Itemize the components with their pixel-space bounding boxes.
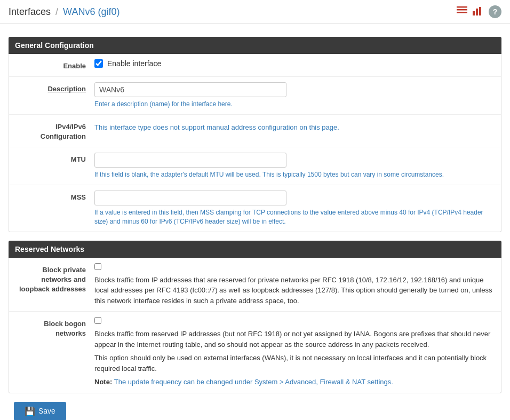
save-button[interactable]: 💾 Save [14,402,66,420]
note-prefix: Note: [94,378,114,386]
block-bogon-desc2: This option should only be used on exter… [94,353,496,374]
svg-rect-0 [457,6,467,8]
hamburger-icon[interactable] [457,6,467,18]
enable-control: Enable interface [94,59,501,68]
mtu-control: If this field is blank, the adapter's de… [94,153,501,179]
enable-row: Enable Enable interface [9,54,501,77]
top-bar: Interfaces / WANv6 (gif0) ? [0,0,510,24]
breadcrumb-separator: / [55,6,58,17]
block-bogon-checkbox[interactable] [94,317,101,324]
ipv4ipv6-control: This interface type does not support man… [94,120,501,133]
description-label: Description [9,82,94,94]
mtu-label: MTU [9,153,94,164]
save-icon: 💾 [25,406,35,416]
svg-rect-3 [473,11,475,15]
description-help: Enter a description (name) for the inter… [94,100,496,109]
mss-help: If a value is entered in this field, the… [94,208,496,226]
block-bogon-label: Block bogon networks [9,317,94,338]
breadcrumb: Interfaces / WANv6 (gif0) [9,6,119,18]
breadcrumb-parent[interactable]: Interfaces [9,6,51,17]
svg-rect-2 [457,12,467,13]
ipv4ipv6-label: IPv4/IPv6 Configuration [9,120,94,141]
mss-row: MSS If a value is entered in this field,… [9,185,501,232]
save-label: Save [38,407,55,415]
block-private-checkbox[interactable] [94,263,101,270]
ipv4ipv6-info: This interface type does not support man… [94,120,496,133]
mtu-input[interactable] [94,153,286,168]
breadcrumb-current: WANv6 (gif0) [63,6,119,17]
block-bogon-row: Block bogon networks Blocks traffic from… [9,312,501,393]
block-bogon-note: Note: The update frequency can be change… [94,377,496,387]
chart-icon[interactable] [473,6,483,18]
description-row: Description Enter a description (name) f… [9,77,501,115]
top-icons: ? [457,5,501,18]
block-private-row: Block private networks and loopback addr… [9,258,501,312]
block-private-control: Blocks traffic from IP addresses that ar… [94,263,501,306]
reserved-networks-panel: Block private networks and loopback addr… [9,258,501,393]
block-bogon-desc1: Blocks traffic from reserved IP addresse… [94,329,496,350]
main-content: General Configuration Enable Enable inte… [0,24,510,420]
page-wrapper: Interfaces / WANv6 (gif0) ? [0,0,510,420]
note-body: The update frequency can be changed unde… [114,378,393,386]
help-icon[interactable]: ? [489,5,501,18]
svg-rect-1 [457,9,467,11]
enable-interface-checkbox[interactable] [94,59,103,68]
reserved-networks-section: Reserved Networks Block private networks… [9,241,501,393]
mss-control: If a value is entered in this field, the… [94,191,501,226]
enable-label: Enable [9,59,94,71]
general-config-panel: Enable Enable interface Description Ente… [9,54,501,232]
enable-interface-label: Enable interface [107,59,161,68]
block-private-description: Blocks traffic from IP addresses that ar… [94,275,496,306]
mss-input[interactable] [94,191,286,205]
reserved-networks-header: Reserved Networks [9,241,501,258]
block-private-label: Block private networks and loopback addr… [9,263,94,295]
ipv4ipv6-row: IPv4/IPv6 Configuration This interface t… [9,115,501,147]
general-config-header: General Configuration [9,37,501,54]
block-bogon-control: Blocks traffic from reserved IP addresse… [94,317,501,387]
description-input[interactable] [94,82,286,97]
mtu-row: MTU If this field is blank, the adapter'… [9,147,501,185]
save-area: 💾 Save [9,402,501,420]
general-config-section: General Configuration Enable Enable inte… [9,37,501,232]
svg-rect-5 [479,7,481,15]
mtu-help: If this field is blank, the adapter's de… [94,170,496,179]
mss-label: MSS [9,191,94,202]
enable-checkbox-row: Enable interface [94,59,496,68]
svg-rect-4 [476,9,478,15]
description-control: Enter a description (name) for the inter… [94,82,501,109]
